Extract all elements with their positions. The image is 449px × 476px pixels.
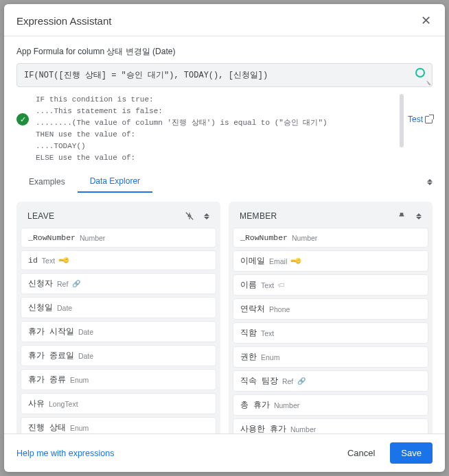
modal-footer: Help me with expressions Cancel Save — [4, 433, 445, 472]
link-icon: 🔗 — [72, 280, 80, 287]
key-icon: 🔑 — [290, 254, 303, 267]
column-type: Email — [269, 257, 287, 265]
column-name: 총 휴가 — [240, 400, 270, 410]
pin-off-icon[interactable] — [185, 211, 194, 221]
column-item[interactable]: 휴가 시작일Date — [21, 321, 216, 342]
resize-handle-icon[interactable] — [425, 80, 430, 85]
column-name: 진행 상태 — [28, 423, 66, 433]
key-icon: 🔑 — [58, 254, 71, 267]
collapse-all-icon[interactable] — [427, 179, 433, 185]
column-name: 사유 — [28, 398, 45, 409]
column-name: _RowNumber — [28, 233, 76, 242]
column-item[interactable]: 권한Enum — [233, 346, 428, 368]
column-type: Ref — [57, 280, 68, 288]
test-link[interactable]: Test — [408, 115, 433, 124]
modal-body: App Formula for column 상태 변경일 (Date) IF(… — [4, 36, 445, 433]
column-name: _RowNumber — [240, 233, 288, 242]
column-item[interactable]: 휴가 종료일Date — [21, 345, 216, 366]
column-type: Number — [80, 234, 105, 242]
panel-member-title: MEMBER — [240, 211, 277, 221]
column-item[interactable]: 사용한 휴가Number — [233, 418, 428, 433]
formula-input[interactable]: IF(NOT([진행 상태] = "승인 대기"), TODAY(), [신청일… — [16, 63, 433, 87]
column-item[interactable]: 진행 상태Enum — [21, 417, 216, 433]
column-name: 이름 — [240, 280, 257, 290]
pin-icon[interactable] — [397, 211, 406, 221]
column-name: 직함 — [240, 328, 257, 338]
data-explorer-panels: LEAVE _RowNumberNumberidText🔑신청자Ref🔗신청일D… — [16, 202, 433, 433]
column-type: LongText — [49, 400, 78, 408]
explanation-text: IF this condition is true: ....This stat… — [36, 94, 401, 164]
column-item[interactable]: 휴가 종류Enum — [21, 369, 216, 390]
panel-leave-title: LEAVE — [27, 211, 54, 221]
column-name: 휴가 종류 — [28, 374, 66, 385]
formula-subtitle: App Formula for column 상태 변경일 (Date) — [16, 46, 433, 58]
modal-title: Expression Assistant — [16, 15, 111, 27]
tab-data-explorer[interactable]: Data Explorer — [78, 171, 152, 193]
panel-member: MEMBER _RowNumberNumber이메일Email🔑이름Text🏷연… — [229, 202, 433, 433]
check-circle-icon: ✓ — [16, 113, 29, 126]
panel-member-header: MEMBER — [233, 206, 428, 228]
expression-assistant-modal: Expression Assistant ✕ App Formula for c… — [4, 4, 445, 472]
modal-header: Expression Assistant ✕ — [4, 4, 445, 36]
column-type: Enum — [70, 424, 89, 432]
column-item[interactable]: idText🔑 — [21, 250, 216, 270]
panel-leave-header: LEAVE — [21, 206, 216, 228]
column-type: Text — [261, 281, 274, 289]
cancel-button[interactable]: Cancel — [339, 442, 383, 464]
column-type: Date — [78, 328, 93, 336]
link-icon: 🔗 — [297, 377, 306, 385]
column-name: 신청일 — [28, 302, 53, 313]
column-item[interactable]: _RowNumberNumber — [21, 228, 216, 248]
help-link[interactable]: Help me with expressions — [16, 449, 114, 458]
column-name: 직속 팀장 — [240, 376, 278, 386]
column-item[interactable]: 신청일Date — [21, 297, 216, 318]
grammarly-icon — [415, 68, 425, 78]
column-type: Date — [57, 304, 72, 312]
footer-actions: Cancel Save — [339, 442, 433, 464]
explanation-row: ✓ IF this condition is true: ....This st… — [16, 94, 433, 164]
column-item[interactable]: 총 휴가Number — [233, 394, 428, 416]
column-type: Text — [261, 329, 274, 337]
formula-text: IF(NOT([진행 상태] = "승인 대기"), TODAY(), [신청일… — [24, 71, 268, 80]
column-item[interactable]: 사유LongText — [21, 393, 216, 414]
tabs-toolbar — [427, 179, 433, 185]
column-name: 휴가 시작일 — [28, 326, 74, 337]
column-name: 연락처 — [240, 304, 265, 314]
panel-leave: LEAVE _RowNumberNumberidText🔑신청자Ref🔗신청일D… — [16, 202, 220, 433]
column-name: 사용한 휴가 — [240, 424, 286, 433]
column-type: Phone — [269, 305, 290, 313]
save-button[interactable]: Save — [390, 442, 433, 464]
column-item[interactable]: 직속 팀장Ref🔗 — [233, 370, 428, 392]
scrollbar[interactable] — [400, 94, 404, 147]
column-item[interactable]: 직함Text — [233, 322, 428, 344]
close-icon[interactable]: ✕ — [419, 14, 433, 27]
column-type: Ref — [282, 377, 293, 385]
column-name: 휴가 종료일 — [28, 350, 74, 361]
column-type: Number — [290, 425, 316, 433]
column-name: 권한 — [240, 352, 257, 362]
column-item[interactable]: 신청자Ref🔗 — [21, 273, 216, 294]
tabs-row: Examples Data Explorer — [16, 171, 433, 193]
column-type: Enum — [70, 376, 89, 384]
tab-examples[interactable]: Examples — [16, 171, 78, 192]
column-type: Enum — [261, 353, 279, 361]
column-item[interactable]: 연락처Phone — [233, 298, 428, 320]
column-item[interactable]: _RowNumberNumber — [233, 228, 428, 248]
panel-collapse-icon[interactable] — [204, 213, 209, 219]
leave-column-list: _RowNumberNumberidText🔑신청자Ref🔗신청일Date휴가 … — [21, 228, 216, 433]
column-name: 신청자 — [28, 278, 53, 289]
test-label: Test — [408, 115, 423, 124]
column-type: Text — [42, 257, 55, 265]
member-column-list: _RowNumberNumber이메일Email🔑이름Text🏷연락처Phone… — [233, 228, 428, 433]
panel-collapse-icon[interactable] — [416, 213, 422, 219]
tag-icon: 🏷 — [278, 281, 285, 289]
external-link-icon — [425, 116, 433, 123]
column-name: 이메일 — [240, 256, 265, 266]
column-type: Number — [274, 401, 299, 409]
column-type: Number — [292, 234, 317, 242]
column-item[interactable]: 이름Text🏷 — [233, 274, 428, 296]
column-name: id — [28, 256, 38, 265]
column-item[interactable]: 이메일Email🔑 — [233, 250, 428, 272]
column-type: Date — [78, 352, 93, 360]
